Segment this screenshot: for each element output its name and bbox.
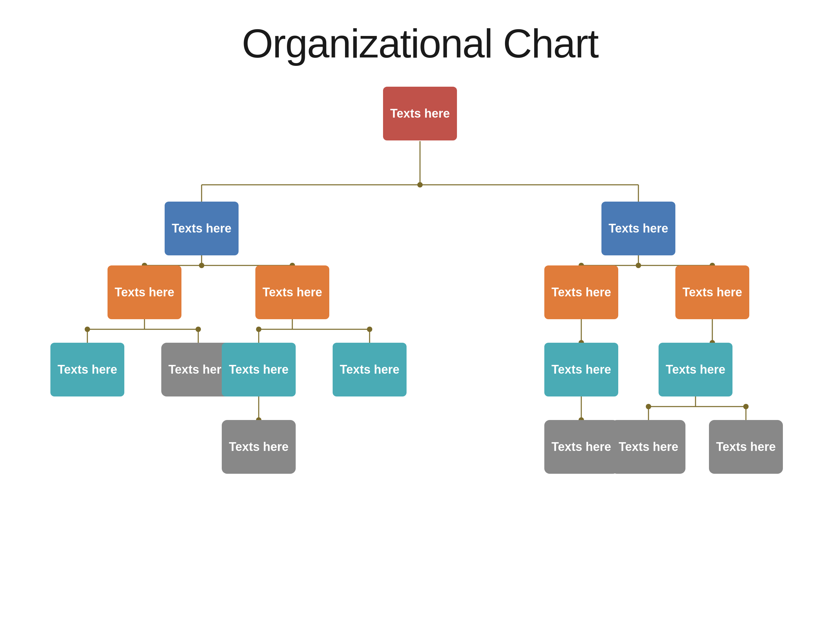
node-l1-left: Texts here: [165, 202, 238, 255]
node-l4-b1: Texts here: [222, 420, 296, 474]
node-l3-b2: Texts here: [333, 343, 407, 396]
node-root: Texts here: [383, 87, 457, 141]
node-l1-right: Texts here: [602, 202, 675, 255]
svg-point-16: [85, 327, 90, 332]
node-l4-d1b: Texts here: [709, 420, 783, 474]
node-l3-a1: Texts here: [51, 343, 124, 396]
node-l3-d1: Texts here: [658, 343, 733, 396]
svg-point-41: [199, 263, 204, 268]
svg-point-40: [417, 182, 423, 188]
svg-point-23: [367, 327, 372, 332]
node-l4-d1a: Texts here: [611, 420, 685, 474]
node-l2-a: Texts here: [107, 265, 182, 319]
node-l2-d: Texts here: [675, 265, 749, 319]
node-l3-c1: Texts here: [544, 343, 618, 396]
node-l2-c: Texts here: [544, 265, 618, 319]
node-l4-c1: Texts here: [544, 420, 618, 474]
node-l3-b1: Texts here: [222, 343, 296, 396]
svg-point-42: [636, 263, 641, 268]
svg-point-22: [256, 327, 261, 332]
page-title: Organizational Chart: [242, 20, 598, 66]
svg-point-37: [743, 404, 748, 409]
svg-point-17: [196, 327, 201, 332]
org-chart: Texts here Texts here Texts here Texts h…: [17, 87, 823, 630]
node-l2-b: Texts here: [255, 265, 329, 319]
svg-point-36: [646, 404, 651, 409]
